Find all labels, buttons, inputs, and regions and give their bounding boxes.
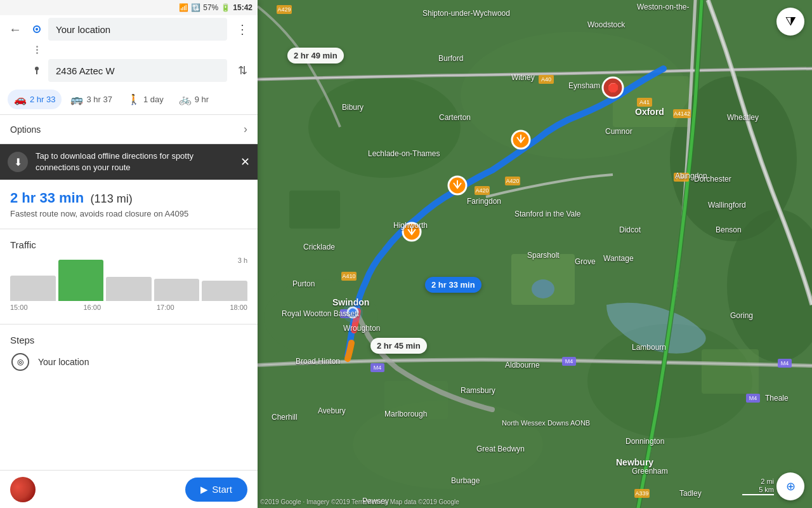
map-area[interactable]: M4 M4 M4 M4 A429	[258, 0, 812, 508]
start-icon: ▶	[200, 484, 208, 495]
tab-walk[interactable]: 🚶 1 day	[121, 90, 170, 109]
svg-text:A339: A339	[635, 490, 648, 497]
status-bar: 📶 🔃 57% 🔋 15:42	[0, 0, 258, 15]
svg-text:A429: A429	[277, 6, 291, 13]
to-row: ⇅	[5, 59, 252, 82]
svg-text:A40: A40	[541, 76, 551, 83]
tab-bike[interactable]: 🚲 9 hr	[173, 90, 215, 109]
tab-car[interactable]: 🚗 2 hr 33	[8, 90, 62, 109]
steps-title: Steps	[10, 335, 247, 345]
chart-labels: 15:00 16:00 17:00 18:00	[10, 304, 247, 311]
location-button[interactable]: ⊕	[776, 472, 804, 500]
layers-button[interactable]: ⧩	[776, 8, 804, 36]
svg-point-52	[35, 67, 39, 70]
svg-text:A34: A34	[676, 174, 686, 180]
route-description: Fastest route now, avoids road closure o…	[10, 209, 247, 218]
route-info: 2 hr 33 min (113 mi) Fastest route now, …	[0, 180, 258, 229]
tab-car-label: 2 hr 33	[30, 95, 55, 104]
svg-rect-11	[289, 190, 340, 229]
swap-button[interactable]: ⇅	[232, 60, 252, 81]
status-icons: 📶 🔃 57% 🔋 15:42	[179, 3, 252, 12]
chart-bar-2	[106, 277, 152, 301]
route-time-row: 2 hr 33 min (113 mi)	[10, 190, 247, 206]
svg-point-49	[343, 302, 363, 323]
options-chevron: ›	[244, 123, 247, 136]
dot1	[36, 46, 38, 48]
svg-text:A4142: A4142	[674, 110, 690, 117]
step-item-0: ◎ Your location	[10, 352, 247, 372]
left-panel: 📶 🔃 57% 🔋 15:42 ← ⋮	[0, 0, 258, 508]
from-location-icon	[30, 23, 43, 36]
chart-y-label: 3 h	[238, 257, 247, 264]
chart-bar-4	[202, 281, 247, 301]
chart-bar-0	[10, 276, 56, 301]
svg-rect-12	[384, 381, 448, 419]
map-controls-bottom-right: ⊕	[776, 472, 804, 500]
route-distance: (113 mi)	[91, 192, 133, 205]
svg-text:M4: M4	[374, 364, 382, 371]
tab-walk-label: 1 day	[143, 95, 164, 104]
traffic-title: Traffic	[10, 239, 247, 250]
scale-indicator: 2 mi 5 km	[742, 478, 774, 495]
svg-text:A420: A420	[475, 187, 488, 194]
svg-point-51	[36, 28, 38, 30]
more-button[interactable]: ⋮	[232, 19, 252, 39]
tab-bus-label: 3 hr 37	[86, 95, 112, 104]
to-location-icon	[30, 64, 43, 77]
traffic-section: Traffic 3 h 15:00 16:00 17:00 18:00	[0, 229, 258, 324]
time-bubble-1[interactable]: 2 hr 49 min	[287, 48, 344, 64]
transport-tabs: 🚗 2 hr 33 🚌 3 hr 37 🚶 1 day 🚲 9 hr	[0, 84, 258, 115]
route-time: 2 hr 33 min	[10, 190, 84, 206]
connector-row	[5, 43, 252, 57]
tab-bike-label: 9 hr	[195, 95, 209, 104]
svg-text:A410: A410	[342, 273, 355, 279]
time-bubble-alt[interactable]: 2 hr 45 min	[370, 338, 427, 354]
to-input[interactable]	[48, 59, 227, 82]
back-button[interactable]: ←	[5, 19, 25, 39]
svg-point-13	[532, 279, 554, 298]
dot3	[36, 52, 38, 54]
chart-label-1500: 15:00	[10, 304, 28, 311]
svg-text:A41: A41	[639, 99, 650, 105]
location-target-icon: ◎	[11, 353, 29, 371]
time-display: 15:42	[233, 3, 252, 12]
svg-text:M4: M4	[781, 360, 789, 366]
from-input[interactable]	[48, 18, 227, 41]
start-label: Start	[212, 484, 232, 495]
step-0-icon: ◎	[10, 352, 30, 372]
bike-icon: 🚲	[179, 93, 192, 105]
walk-icon: 🚶	[128, 93, 140, 105]
bus-icon: 🚌	[70, 93, 83, 105]
svg-point-1	[308, 76, 461, 178]
banner-text: Tap to download offline directions for s…	[36, 150, 233, 173]
step-0-text: Your location	[38, 357, 89, 367]
chart-label-1800: 18:00	[230, 304, 247, 311]
chart-bars	[10, 257, 247, 301]
car-icon: 🚗	[14, 93, 27, 105]
avatar-image	[10, 477, 36, 502]
map-copyright: ©2019 Google · Imagery ©2019 TerraMetric…	[260, 498, 459, 505]
options-row[interactable]: Options ›	[0, 115, 258, 144]
traffic-chart: 3 h 15:00 16:00 17:00 18:00	[10, 257, 247, 314]
map-controls-top-right: ⧩	[776, 8, 804, 36]
chart-label-1600: 16:00	[83, 304, 101, 311]
svg-text:A420: A420	[506, 178, 519, 184]
dot2	[36, 49, 38, 51]
banner-close-button[interactable]: ✕	[240, 155, 250, 169]
wifi-icon: 🔃	[191, 3, 200, 12]
start-button[interactable]: ▶ Start	[185, 478, 247, 502]
chart-bar-3	[154, 279, 200, 301]
battery-label: 57%	[203, 3, 218, 12]
svg-rect-10	[702, 349, 759, 394]
time-bubble-main[interactable]: 2 hr 33 min	[425, 277, 481, 293]
options-label: Options	[10, 124, 41, 135]
bottom-bar: ▶ Start	[0, 470, 258, 508]
download-icon: ⬇	[8, 152, 28, 172]
route-connector	[30, 43, 43, 57]
user-avatar[interactable]	[10, 477, 36, 502]
tab-bus[interactable]: 🚌 3 hr 37	[64, 90, 118, 109]
offline-banner: ⬇ Tap to download offline directions for…	[0, 144, 258, 180]
signal-icon: 📶	[179, 3, 188, 12]
battery-icon: 🔋	[221, 3, 230, 12]
svg-text:M4: M4	[749, 395, 757, 401]
